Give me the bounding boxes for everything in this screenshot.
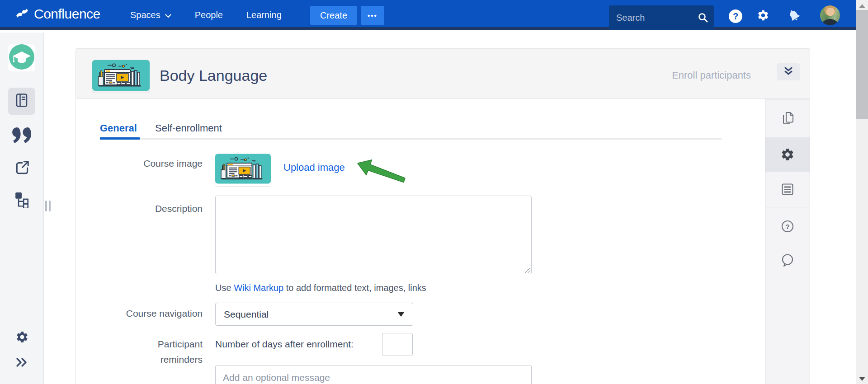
active-tab-indicator [100,137,140,140]
sidebar-item-page-tree[interactable] [0,192,44,210]
help-icon[interactable]: ? [729,9,742,23]
top-navbar: Confluence Spaces People Learning Create… [0,0,856,30]
sidebar-item-course-pages[interactable] [8,88,35,115]
wiki-markup-hint: Use Wiki Markup to add formatted text, i… [215,283,426,293]
copy-pages-icon [780,111,795,127]
course-header: Body Language Enroll participants [75,48,810,99]
chevron-down-icon [165,10,171,20]
confluence-logo-icon [15,6,29,22]
space-logo[interactable] [8,44,35,71]
space-sidebar [0,33,44,384]
participant-reminders-label-line2: reminders [76,354,203,365]
upload-image-link[interactable]: Upload image [283,162,345,173]
page-title: Body Language [160,67,267,84]
selected-option: Sequential [224,309,397,320]
description-field-wrap [215,196,532,274]
panel-item-settings[interactable] [765,147,810,164]
search-icon[interactable] [698,12,708,25]
select-caret-icon [397,312,405,317]
panel-item-copy-pages[interactable] [765,111,810,127]
confluence-course-settings-page: Confluence Spaces People Learning Create… [0,0,868,384]
tab-self-enrollment[interactable]: Self-enrollment [155,122,222,134]
participant-reminders-label-line1: Participant [76,339,203,350]
description-textarea[interactable] [215,196,532,274]
expand-actions-button[interactable] [777,63,800,80]
user-avatar[interactable] [820,5,840,25]
double-chevron-down-icon [783,66,793,77]
panel-item-help[interactable]: ? [765,219,810,235]
scrollbar-down-arrow-icon[interactable] [859,377,865,381]
nav-item-people[interactable]: People [195,10,223,20]
more-actions-button[interactable]: ••• [361,6,384,25]
search-box [609,5,714,30]
brand-name: Confluence [34,6,100,22]
annotation-arrow [351,154,410,191]
course-image-label: Course image [76,158,203,169]
confluence-logo[interactable]: Confluence [15,6,100,22]
panel-item-comments[interactable] [765,253,810,269]
tab-general[interactable]: General [100,122,137,134]
tabs-divider [100,138,722,140]
course-navigation-label: Course navigation [76,308,203,319]
create-button[interactable]: Create [310,6,357,25]
sidebar-expand-button[interactable] [0,357,44,370]
optional-message-input[interactable] [215,365,532,384]
days-after-enrollment-label: Number of days after enrollment: [215,339,354,350]
comment-bubble-icon [780,253,795,269]
course-image-preview [215,153,271,186]
right-tool-panel: ? [765,99,810,384]
nav-item-learning[interactable]: Learning [246,10,282,20]
sidebar-item-shared-links[interactable] [0,159,44,178]
wiki-markup-link[interactable]: Wiki Markup [234,283,283,293]
gear-icon [15,330,29,346]
sidebar-item-quotes[interactable] [0,127,44,145]
graduation-cap-icon [9,44,34,71]
panel-divider [765,207,810,207]
notifications-bell-icon[interactable] [784,6,804,26]
list-details-icon [780,182,795,198]
panel-item-details-list[interactable] [765,182,810,198]
external-link-icon [14,159,30,178]
quote-icon [12,127,32,145]
gear-icon [780,147,795,164]
settings-gear-icon[interactable] [757,9,769,23]
course-thumbnail [92,60,150,93]
page-scrollbar[interactable] [856,0,868,384]
search-input[interactable] [616,5,693,30]
double-chevron-right-icon [15,357,29,370]
tree-hierarchy-icon [14,192,30,210]
enroll-participants-label: Enroll participants [672,70,751,81]
svg-text:?: ? [785,223,789,230]
days-after-enrollment-input[interactable] [382,333,413,356]
journal-page-icon [14,93,29,109]
scrollbar-thumb[interactable] [856,10,868,119]
scrollbar-up-arrow-icon[interactable] [859,4,865,8]
course-settings-form: General Self-enrollment Course image [75,99,765,384]
navbar-menu: Spaces People Learning [130,0,282,30]
nav-item-spaces[interactable]: Spaces [130,10,171,20]
sidebar-resize-handle[interactable] [45,201,51,211]
question-circle-icon: ? [780,219,795,235]
course-navigation-select[interactable]: Sequential [215,303,413,326]
sidebar-settings[interactable] [0,330,44,346]
description-label: Description [76,203,203,214]
